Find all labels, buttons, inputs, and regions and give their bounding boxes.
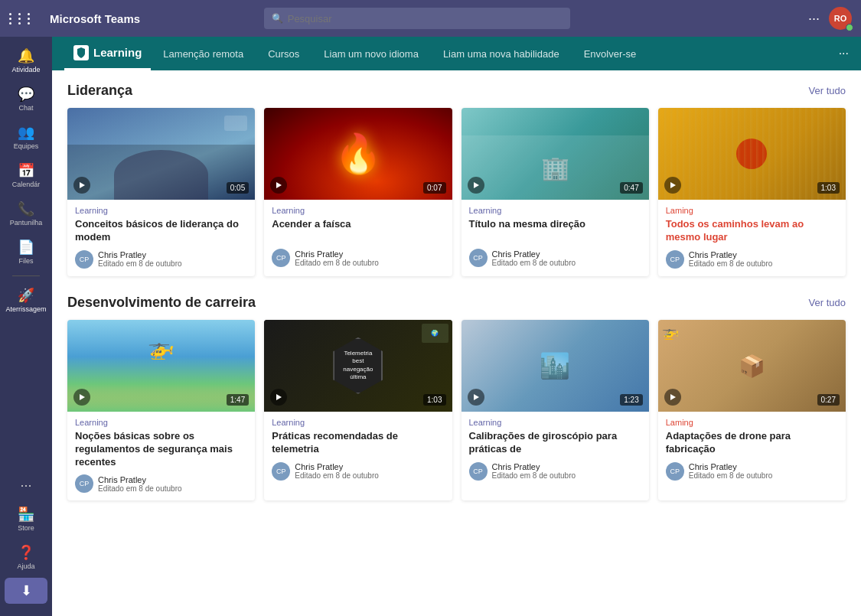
- play-icon-1[interactable]: [73, 177, 90, 194]
- card-thumb-1: 0:05: [67, 108, 255, 200]
- card-meta-info-2: Chris Pratley Editado em 8 de outubro: [295, 249, 379, 267]
- sidebar-item-files[interactable]: 📄 Files: [5, 234, 47, 269]
- card-lideranca-2[interactable]: 🔥 0:07 Learning Acender a faísca: [264, 108, 452, 276]
- sidebar-item-calendar[interactable]: 📅 Calendár: [5, 158, 47, 193]
- duration-2: 0:07: [423, 182, 445, 194]
- card-body-7: Learning Calibrações de giroscópio para …: [461, 412, 649, 488]
- main-content: Liderança Ver tudo: [52, 70, 861, 616]
- play-icon-6[interactable]: [270, 389, 287, 406]
- card-lideranca-1[interactable]: 0:05 Learning Conceitos básicos de lider…: [67, 108, 255, 276]
- card-author-7: Chris Pratley: [492, 462, 576, 471]
- sidebar-item-more[interactable]: ···: [5, 473, 47, 498]
- calls-icon: 📞: [18, 200, 34, 217]
- duration-7: 1:23: [620, 394, 642, 406]
- card-thumb-5: 🚁 1:47: [67, 320, 255, 412]
- ver-tudo-lideranca[interactable]: Ver tudo: [809, 85, 846, 96]
- top-bar: Microsoft Teams 🔍 ··· RO: [0, 0, 861, 37]
- card-date-4: Editado em 8 de outubro: [689, 259, 773, 268]
- play-icon-3[interactable]: [468, 177, 484, 194]
- card-avatar-4: CP: [666, 250, 684, 269]
- play-icon-5[interactable]: [73, 389, 90, 406]
- sidebar-item-equipes[interactable]: 👥 Equipes: [5, 119, 47, 155]
- card-dev-2[interactable]: 🌍 Telemetriabestnavegaçãoúltima 1:03: [264, 320, 452, 501]
- sidebar-item-chat[interactable]: 💬 Chat: [5, 81, 47, 116]
- card-body-6: Learning Práticas recomendadas de teleme…: [264, 412, 452, 488]
- duration-1: 0:05: [227, 182, 249, 194]
- main-inner: Liderança Ver tudo: [52, 70, 861, 531]
- avatar[interactable]: RO: [829, 7, 852, 30]
- learning-brand[interactable]: Learning: [64, 37, 151, 70]
- duration-3: 0:47: [620, 182, 642, 194]
- teams-icon: 👥: [18, 124, 34, 141]
- sidebar-item-atividade[interactable]: 🔔 Atividade: [5, 43, 47, 78]
- card-dev-1[interactable]: 🚁 1:47 Learning Noções básicas s: [67, 320, 255, 501]
- search-icon: 🔍: [272, 13, 283, 24]
- presence-badge: [846, 24, 853, 31]
- section-desenvolvimento: Desenvolvimento de carreira Ver tudo 🚁: [67, 295, 846, 501]
- card-avatar-8: CP: [666, 462, 684, 481]
- card-avatar-2: CP: [272, 249, 290, 267]
- sidebar-item-store[interactable]: 🏪 Store: [5, 501, 47, 536]
- nav-tab-lamento[interactable]: Lamenção remota: [151, 37, 256, 70]
- card-meta-3: CP Chris Pratley Editado em 8 de outubro: [469, 249, 641, 267]
- sidebar-item-pantunilha[interactable]: 📞 Pantunilha: [5, 196, 47, 231]
- card-source-6: Learning: [272, 418, 444, 427]
- nav-tab-cursos[interactable]: Cursos: [256, 37, 311, 70]
- card-dev-3[interactable]: 🏙️ 1:23 Learning Calibrações de: [461, 320, 649, 501]
- play-icon-7[interactable]: [468, 389, 484, 406]
- activity-icon: 🔔: [18, 47, 34, 64]
- duration-5: 1:47: [227, 394, 249, 406]
- card-source-8: Laming: [666, 418, 838, 427]
- card-date-3: Editado em 8 de outubro: [492, 259, 576, 267]
- sidebar: 🔔 Atividade 💬 Chat 👥 Equipes 📅 Calendár …: [0, 37, 52, 616]
- section-header-desenvolvimento: Desenvolvimento de carreira Ver tudo: [67, 295, 846, 311]
- card-avatar-5: CP: [75, 474, 93, 493]
- brand-icon: [73, 45, 89, 60]
- card-source-3: Learning: [469, 206, 641, 215]
- card-title-8: Adaptações de drone para fabricação: [666, 430, 838, 456]
- search-input[interactable]: [288, 13, 563, 24]
- nav-tab-envolver[interactable]: Envolver-se: [572, 37, 649, 70]
- card-lideranca-3[interactable]: 🏢 0:47 Learning Título na mesma: [461, 108, 649, 276]
- top-bar-right: ··· RO: [808, 7, 852, 30]
- card-date-8: Editado em 8 de outubro: [689, 471, 773, 480]
- chat-icon: 💬: [18, 86, 34, 103]
- card-source-4: Laming: [666, 206, 838, 215]
- svg-marker-5: [276, 394, 282, 400]
- card-meta-info-6: Chris Pratley Editado em 8 de outubro: [295, 462, 379, 480]
- download-button[interactable]: ⬇: [5, 578, 47, 604]
- main-layout: 🔔 Atividade 💬 Chat 👥 Equipes 📅 Calendár …: [0, 37, 861, 616]
- nav-more-icon[interactable]: ···: [839, 47, 849, 60]
- card-title-7: Calibrações de giroscópio para práticas …: [469, 430, 641, 456]
- card-source-7: Learning: [469, 418, 641, 427]
- section-title-lideranca: Liderança: [67, 83, 132, 99]
- sidebar-item-aterrissagem[interactable]: 🚀 Aterrissagem: [5, 282, 47, 318]
- second-nav: Learning Lamenção remota Cursos Liam um …: [52, 37, 861, 70]
- card-thumb-6: 🌍 Telemetriabestnavegaçãoúltima 1:03: [264, 320, 452, 412]
- card-lideranca-4[interactable]: 1:03 Laming Todos os caminhos levam ao m…: [658, 108, 846, 276]
- card-meta-7: CP Chris Pratley Editado em 8 de outubro: [469, 462, 641, 481]
- card-thumb-4: 1:03: [658, 108, 846, 200]
- card-meta-2: CP Chris Pratley Editado em 8 de outubro: [272, 249, 444, 267]
- card-meta-info-5: Chris Pratley Editado em 8 de outubro: [98, 475, 182, 493]
- card-source-5: Learning: [75, 418, 247, 427]
- sidebar-separator: [12, 275, 40, 276]
- app-grid-icon[interactable]: [9, 13, 34, 24]
- svg-marker-0: [80, 182, 85, 188]
- sidebar-item-ajuda[interactable]: ❓ Ajuda: [5, 539, 47, 575]
- duration-8: 0:27: [817, 394, 840, 406]
- search-bar[interactable]: 🔍: [264, 8, 570, 29]
- card-body-1: Learning Conceitos básicos de liderança …: [67, 200, 255, 276]
- nav-tab-idioma[interactable]: Liam um novo idioma: [311, 37, 431, 70]
- files-icon: 📄: [18, 239, 34, 256]
- card-avatar-6: CP: [272, 462, 290, 481]
- card-thumb-8: 📦 🚁 0:27: [658, 320, 846, 412]
- card-title-1: Conceitos básicos de liderança do modem: [75, 218, 247, 244]
- ver-tudo-desenvolvimento[interactable]: Ver tudo: [809, 297, 846, 308]
- brand-label: Learning: [93, 46, 142, 59]
- card-dev-4[interactable]: 📦 🚁 0:27 Laming Adaptações de dr: [658, 320, 846, 501]
- nav-tab-habilidade[interactable]: Liam uma nova habilidade: [431, 37, 572, 70]
- play-icon-8[interactable]: [664, 389, 681, 406]
- more-options-icon[interactable]: ···: [808, 11, 820, 27]
- play-icon-4[interactable]: [664, 177, 681, 194]
